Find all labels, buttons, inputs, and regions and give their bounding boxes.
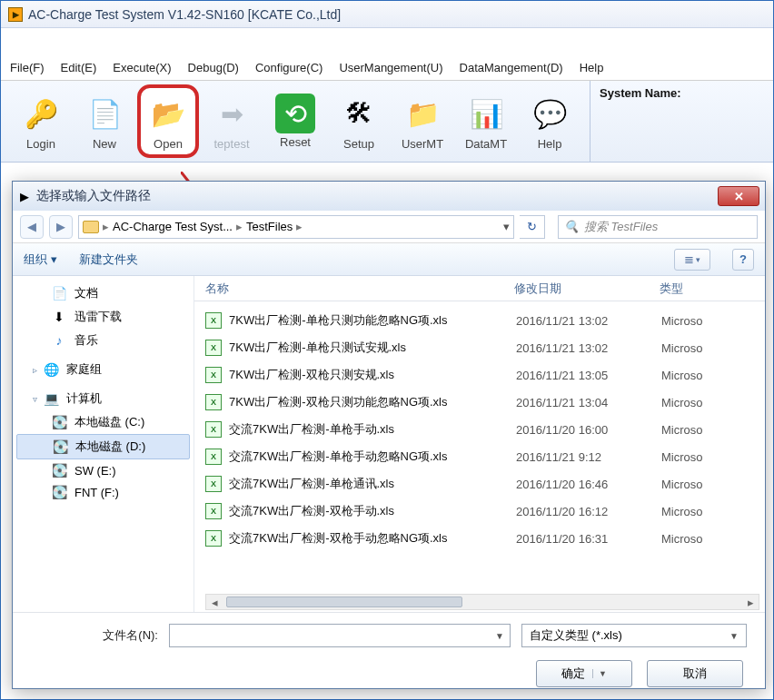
list-header: 名称 修改日期 类型 xyxy=(194,276,765,301)
file-list: 名称 修改日期 类型 X7KW出厂检测-单枪只测功能忽略NG项.xls2016/… xyxy=(194,276,765,612)
homegroup-icon: 🌐 xyxy=(43,362,59,377)
file-row[interactable]: X交流7KW出厂检测-单枪手动忽略NG项.xls2016/11/21 9:12M… xyxy=(194,443,765,470)
file-row[interactable]: X交流7KW出厂检测-单枪手动.xls2016/11/20 16:00Micro… xyxy=(194,416,765,443)
file-row[interactable]: X交流7KW出厂检测-单枪通讯.xls2016/11/20 16:46Micro… xyxy=(194,470,765,498)
titlebar: ▶ AC-Charge Test System V1.42-SN160 [KCA… xyxy=(1,1,773,28)
open-button[interactable]: 📂 Open xyxy=(137,84,199,158)
nav-drive-c[interactable]: 💽本地磁盘 (C:) xyxy=(13,410,194,434)
back-button[interactable]: ◀ xyxy=(20,215,44,239)
system-name-label: System Name: xyxy=(600,86,681,100)
forward-button[interactable]: ▶ xyxy=(49,215,73,239)
menu-configure[interactable]: Configure(C) xyxy=(255,61,322,74)
file-row[interactable]: X7KW出厂检测-双枪只测安规.xls2016/11/21 13:05Micro… xyxy=(194,361,765,389)
file-name: 7KW出厂检测-单枪只测试安规.xls xyxy=(229,340,516,356)
file-name: 交流7KW出厂检测-双枪手动忽略NG项.xls xyxy=(229,530,516,547)
steptest-button[interactable]: ➡ teptest xyxy=(201,88,263,154)
file-date: 2016/11/20 16:00 xyxy=(516,423,661,437)
file-row[interactable]: X交流7KW出厂检测-双枪手动忽略NG项.xls2016/11/20 16:31… xyxy=(194,525,765,552)
search-input[interactable]: 🔍 搜索 TestFiles xyxy=(558,215,758,239)
menu-execute[interactable]: Execute(X) xyxy=(113,61,171,74)
refresh-button[interactable]: ↻ xyxy=(520,215,545,239)
nav-documents[interactable]: 📄文档 xyxy=(13,281,194,305)
main-toolbar: 🔑 Login 📄 New 📂 Open ➡ teptest ⟲ Reset 🛠 xyxy=(1,81,590,162)
reset-button[interactable]: ⟲ Reset xyxy=(264,90,326,153)
login-button[interactable]: 🔑 Login xyxy=(10,88,72,154)
filetype-select[interactable]: 自定义类型 (*.xls) ▼ xyxy=(521,624,747,647)
horizontal-scrollbar[interactable]: ◂ ▸ xyxy=(205,594,759,610)
view-mode-button[interactable]: ≣▾ xyxy=(674,249,710,271)
cancel-button[interactable]: 取消 xyxy=(647,660,743,687)
ok-button[interactable]: 确定 ▼ xyxy=(536,660,632,687)
nav-drive-f[interactable]: 💽FNT (F:) xyxy=(13,481,194,503)
file-type: Microso xyxy=(661,369,765,382)
file-name: 交流7KW出厂检测-双枪手动.xls xyxy=(229,503,516,519)
excel-file-icon: X xyxy=(205,340,222,356)
dialog-toolbar: 组织 ▾ 新建文件夹 ≣▾ ? xyxy=(13,243,765,276)
col-date[interactable]: 修改日期 xyxy=(514,281,660,297)
nav-computer[interactable]: ▿💻计算机 xyxy=(13,381,194,410)
setup-button[interactable]: 🛠 Setup xyxy=(328,88,390,154)
menu-help[interactable]: Help xyxy=(580,61,604,74)
file-type: Microso xyxy=(661,505,765,518)
new-button[interactable]: 📄 New xyxy=(74,88,135,154)
nav-drive-e[interactable]: 💽SW (E:) xyxy=(13,459,194,481)
menu-edit[interactable]: Edit(E) xyxy=(61,61,97,74)
excel-file-icon: X xyxy=(205,394,222,410)
filetype-value: 自定义类型 (*.xls) xyxy=(530,627,622,644)
refresh-icon: ↻ xyxy=(527,220,537,233)
file-row[interactable]: X7KW出厂检测-双枪只测功能忽略NG项.xls2016/11/21 13:04… xyxy=(194,389,765,416)
file-name: 交流7KW出厂检测-单枪通讯.xls xyxy=(229,476,516,492)
file-row[interactable]: X交流7KW出厂检测-双枪手动.xls2016/11/20 16:12Micro… xyxy=(194,498,765,525)
menu-usermgmt[interactable]: UserMangement(U) xyxy=(339,61,442,74)
filename-input[interactable]: ▼ xyxy=(169,624,511,647)
scroll-right-icon[interactable]: ▸ xyxy=(742,596,759,609)
dropdown-icon[interactable]: ▼ xyxy=(490,631,504,641)
nav-drive-d[interactable]: 💽本地磁盘 (D:) xyxy=(16,434,190,459)
breadcrumb-seg-1[interactable]: AC-Charge Test Syst... xyxy=(113,220,233,233)
col-type[interactable]: 类型 xyxy=(660,281,765,297)
file-row[interactable]: X7KW出厂检测-单枪只测试安规.xls2016/11/21 13:02Micr… xyxy=(194,334,765,361)
file-date: 2016/11/21 13:04 xyxy=(516,396,661,409)
file-date: 2016/11/20 16:46 xyxy=(516,478,661,491)
new-file-icon: 📄 xyxy=(83,92,126,135)
scrollbar-thumb[interactable] xyxy=(226,596,462,607)
close-button[interactable]: ✕ xyxy=(718,186,759,206)
filename-field[interactable] xyxy=(175,629,490,643)
menu-file[interactable]: File(F) xyxy=(10,61,45,74)
file-type: Microso xyxy=(661,450,765,464)
nav-xunlei[interactable]: ⬇迅雷下载 xyxy=(13,305,194,329)
nav-music[interactable]: ♪音乐 xyxy=(13,329,194,352)
file-name: 7KW出厂检测-双枪只测功能忽略NG项.xls xyxy=(229,394,516,410)
menu-debug[interactable]: Debug(D) xyxy=(188,61,239,74)
arrow-right-icon: ➡ xyxy=(210,92,253,135)
scroll-left-icon[interactable]: ◂ xyxy=(206,596,223,609)
breadcrumb-seg-2[interactable]: TestFiles xyxy=(246,220,293,233)
view-icon: ≣ xyxy=(684,252,694,266)
toolbar-help-button[interactable]: 💬 Help xyxy=(519,88,580,154)
dialog-title: 选择或输入文件路径 xyxy=(36,188,718,204)
dialog-titlebar: ▶ 选择或输入文件路径 ✕ xyxy=(13,182,765,211)
usermt-button[interactable]: 📁 UserMT xyxy=(392,88,453,154)
breadcrumb-dropdown-icon[interactable]: ▾ xyxy=(503,220,510,233)
open-folder-icon: 📂 xyxy=(146,92,190,135)
nav-homegroup[interactable]: ▹🌐家庭组 xyxy=(13,352,194,381)
menu-datamgmt[interactable]: DataMangement(D) xyxy=(460,61,563,74)
col-name[interactable]: 名称 xyxy=(205,281,514,297)
dialog-nav: ◀ ▶ ▸ AC-Charge Test Syst... ▸ TestFiles… xyxy=(13,211,765,243)
file-date: 2016/11/21 13:05 xyxy=(516,369,661,382)
new-folder-button[interactable]: 新建文件夹 xyxy=(79,251,138,268)
dialog-help-button[interactable]: ? xyxy=(732,249,754,271)
chevron-right-icon: ▸ xyxy=(103,220,109,233)
folder-icon xyxy=(83,221,99,233)
reset-icon: ⟲ xyxy=(275,94,315,133)
datamt-button[interactable]: 📊 DataMT xyxy=(455,88,517,154)
file-name: 7KW出厂检测-双枪只测安规.xls xyxy=(229,367,516,383)
chevron-right-icon: ▸ xyxy=(296,220,303,233)
drive-icon: 💽 xyxy=(52,439,68,454)
organize-menu[interactable]: 组织 ▾ xyxy=(24,251,57,268)
app-icon: ▶ xyxy=(8,7,23,22)
breadcrumb[interactable]: ▸ AC-Charge Test Syst... ▸ TestFiles ▸ ▾ xyxy=(78,215,514,239)
file-open-dialog: ▶ 选择或输入文件路径 ✕ ◀ ▶ ▸ AC-Charge Test Syst.… xyxy=(12,181,766,689)
file-type: Microso xyxy=(661,478,765,491)
file-row[interactable]: X7KW出厂检测-单枪只测功能忽略NG项.xls2016/11/21 13:02… xyxy=(194,307,765,334)
